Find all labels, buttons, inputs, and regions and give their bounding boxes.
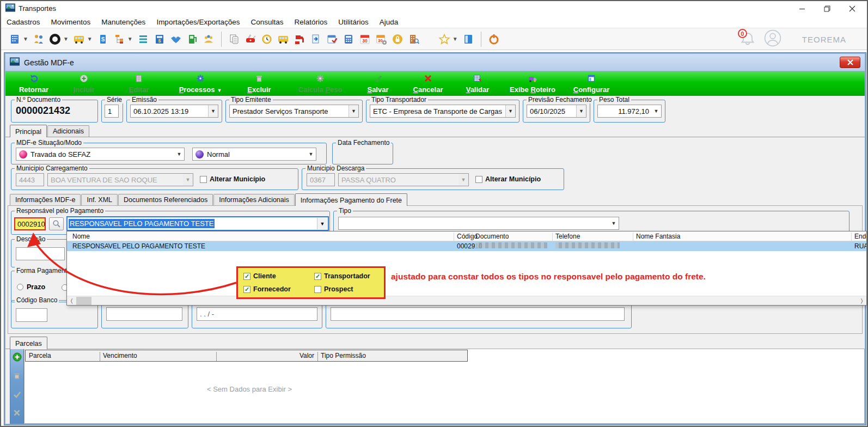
retornar-button[interactable]: Retornar (9, 71, 59, 96)
card-s-icon[interactable]: S (96, 33, 110, 46)
menu-consultas[interactable]: Consultas (245, 18, 289, 26)
minimize-button[interactable] (790, 1, 815, 16)
confirm-parcela-button[interactable] (13, 390, 21, 401)
processos-button[interactable]: Processos▼ (169, 71, 232, 96)
restore-button[interactable] (815, 1, 840, 16)
billing-icon[interactable]: $ (152, 33, 167, 46)
alterar-municipio-descarga-checkbox[interactable]: Alterar Município (475, 175, 541, 183)
emissao-combo[interactable]: 06.10.2025 13:19▼ (130, 105, 218, 118)
prospect-checkbox[interactable]: Prospect (314, 285, 353, 293)
company-icon[interactable] (8, 33, 22, 46)
scroll-left-arrow[interactable]: 〈 (67, 296, 76, 306)
user-avatar[interactable] (764, 29, 781, 49)
menu-manutencoes[interactable]: Manutenções (96, 18, 151, 26)
handshake-icon[interactable] (169, 33, 183, 46)
tab-principal[interactable]: Principal (10, 125, 47, 137)
menu-movimentos[interactable]: Movimentos (46, 18, 96, 26)
tab-informacoes-mdfe[interactable]: Informações MDF-e (10, 194, 81, 205)
menu-cadastros[interactable]: Cadastros (1, 18, 46, 26)
people-group-icon[interactable] (201, 33, 216, 46)
pix-field[interactable] (331, 307, 625, 321)
calendar-gear-icon[interactable]: 30 (374, 33, 388, 46)
scroll-thumb[interactable] (76, 297, 91, 305)
company-icon-dropdown-caret[interactable]: ▼ (23, 36, 28, 42)
agencia-field[interactable] (106, 307, 182, 321)
tab-documentos-referenciados[interactable]: Documentos Referenciados (118, 194, 213, 205)
info-panel-icon[interactable] (461, 33, 475, 46)
codigo-banco-field[interactable] (16, 308, 47, 322)
menu-relatorios[interactable]: Relatórios (289, 18, 333, 26)
responsavel-combo[interactable]: RESPONSAVEL PELO PAGAMENTO TESTE ▼ (66, 216, 329, 231)
tools-icon[interactable] (243, 33, 258, 46)
menu-ajuda[interactable]: Ajuda (374, 18, 404, 26)
dd-col-nome[interactable]: Nome (72, 233, 90, 240)
list-icon[interactable] (136, 33, 150, 46)
calculator-icon[interactable] (341, 33, 356, 46)
mdfe-close-button[interactable] (840, 57, 860, 68)
dd-col-telefone[interactable]: Telefone (555, 233, 580, 240)
excluir-button[interactable]: Excluir (232, 71, 286, 96)
tire-icon-dropdown-caret[interactable]: ▼ (63, 36, 69, 42)
company-search-icon[interactable] (407, 33, 421, 46)
cancelar-button[interactable]: Cancelar (402, 71, 454, 96)
tab-informacoes-adicionais[interactable]: Informações Adicionais (213, 194, 295, 205)
peso-total-combo[interactable]: 11.972,10▼ (597, 105, 662, 118)
menu-utilitarios[interactable]: Utilitários (333, 18, 374, 26)
cancel-parcela-button[interactable] (13, 408, 21, 419)
salvar-button[interactable]: Salvar (354, 71, 402, 96)
tipo-emitente-combo[interactable]: Prestador Serviços Transporte▼ (229, 105, 359, 118)
file-export-icon[interactable] (309, 33, 323, 46)
structure-icon-dropdown-caret[interactable]: ▼ (127, 36, 133, 42)
tipo-combo[interactable]: ▼ (338, 217, 619, 230)
responsavel-search-button[interactable] (49, 217, 64, 230)
dropdown-result-row[interactable]: RESPONSAVEL PELO PAGAMENTO TESTE 0002910… (67, 241, 866, 251)
bus2-icon[interactable] (276, 33, 290, 46)
fornecedor-checkbox[interactable]: ✓Fornecedor (243, 285, 291, 293)
tab-informacoes-pagamento-frete[interactable]: Informações Pagamento do Frete (295, 193, 407, 206)
structure-icon[interactable] (112, 33, 126, 46)
fuel-station-icon[interactable] (185, 33, 199, 46)
add-parcela-button[interactable] (13, 352, 22, 364)
radio-prazo[interactable]: Prazo (17, 283, 45, 291)
employees-icon[interactable] (32, 33, 46, 46)
descricao-field[interactable] (16, 247, 65, 260)
previsao-combo[interactable]: 06/10/2025▼ (527, 105, 586, 118)
alterar-municipio-carregamento-checkbox[interactable]: Alterar Município (200, 175, 265, 183)
col-tipo-permissao[interactable]: Tipo Permissão (321, 352, 366, 359)
cliente-checkbox[interactable]: ✓Cliente (243, 272, 276, 280)
situacao-combo[interactable]: Travada do SEFAZ▼ (16, 148, 185, 161)
tab-parcelas[interactable]: Parcelas (10, 337, 47, 349)
responsavel-codigo-field[interactable]: 0002910 (14, 217, 46, 230)
tire-icon[interactable] (48, 33, 62, 46)
dd-col-codigo[interactable]: Código (457, 233, 478, 240)
dd-col-documento[interactable]: Documento (475, 233, 509, 240)
transportador-checkbox[interactable]: ✓Transportador (314, 272, 370, 280)
clock-icon[interactable] (260, 33, 274, 46)
dd-col-endereco[interactable]: Endereço (854, 233, 867, 240)
exibe-roteiro-button[interactable]: Exibe Roteiro (501, 71, 564, 96)
fuel-nozzle-icon[interactable] (292, 33, 307, 46)
power-icon[interactable] (487, 33, 501, 46)
star-icon-dropdown-caret[interactable]: ▼ (453, 36, 458, 42)
star-icon[interactable] (437, 33, 451, 46)
tab-inf-xml[interactable]: Inf. XML (81, 194, 118, 205)
notifications-bell-icon[interactable]: 0 (740, 31, 756, 47)
calendar-30-icon[interactable]: 30 (358, 33, 372, 46)
modo-combo[interactable]: Normal▼ (192, 148, 316, 161)
cnpj-mask-field[interactable]: . . / - (197, 307, 317, 321)
close-button[interactable] (840, 1, 865, 16)
dropdown-hscrollbar[interactable]: 〈 〉 (67, 296, 866, 305)
bus-icon[interactable] (72, 33, 86, 46)
col-valor[interactable]: Valor (26, 352, 314, 359)
dd-col-nome-fantasia[interactable]: Nome Fantasia (636, 233, 680, 240)
document-copy-icon[interactable] (227, 33, 241, 46)
responsavel-combo-arrow[interactable]: ▼ (317, 218, 327, 229)
configurar-button[interactable]: Configurar (564, 71, 619, 96)
bus-icon-dropdown-caret[interactable]: ▼ (87, 36, 93, 42)
lock-icon[interactable] (390, 33, 405, 46)
menu-importacoes[interactable]: Importações/Exportações (151, 18, 245, 26)
tab-adicionais[interactable]: Adicionais (47, 125, 89, 137)
serie-field[interactable]: 1 (105, 105, 119, 118)
scroll-right-arrow[interactable]: 〉 (857, 296, 866, 306)
validar-button[interactable]: Validar (454, 71, 501, 96)
